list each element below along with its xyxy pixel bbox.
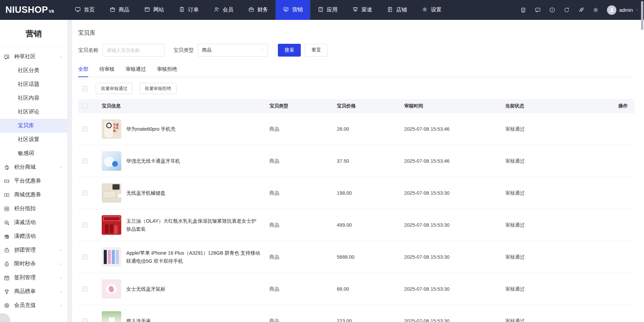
batch-approve-button[interactable]: 批量审核通过 [96,83,133,94]
topnav-item-marketing[interactable]: 营销 [276,0,310,20]
page-title: 宝贝库 [78,20,635,37]
chevron-down-icon [59,262,67,266]
header-audit-time: 审核时间 [404,103,505,109]
rocket-icon[interactable] [578,7,584,13]
filter-bar: 宝贝名称 宝贝类型 商品 搜索 重置 [78,44,635,57]
sidebar-item-points-deduction[interactable]: 积分抵扣 [0,202,67,216]
sidebar: 营销 种草社区 社区分类 社区话题 社区内容 社区评论 宝贝库 社区设置 敏感词… [0,20,67,322]
product-name: 华强北无线卡通蓝牙耳机 [126,157,180,165]
tab-approved[interactable]: 审核通过 [126,65,146,77]
product-image-iphone [102,247,121,267]
full-reduction-icon [4,220,10,226]
table-row: 女士无线蓝牙鼠标 商品 68.00 2025-07-08 15:53:30 审核… [78,273,635,305]
status: 审核通过 [505,286,597,292]
topnav-item-orders[interactable]: 订单 [171,0,206,20]
product-type: 商品 [269,286,337,292]
header-checkbox[interactable] [82,103,88,109]
topnav-item-website[interactable]: 网站 [137,0,171,20]
product-name: Apple/苹果 iPhone 16 Plus（A3291）128GB 群青色 … [126,249,261,265]
community-icon [4,54,10,60]
topnav-item-settings[interactable]: 设置 [414,0,449,20]
audit-time: 2025-07-08 15:53:30 [404,254,505,260]
audit-time: 2025-07-08 15:53:30 [404,222,505,228]
sidebar-item-community-comments[interactable]: 社区评论 [0,105,67,119]
topnav-item-channels[interactable]: 渠道 [345,0,380,20]
batch-action-bar: 批量审核通过 批量审核拒绝 [78,83,635,94]
batch-reject-button[interactable]: 批量审核拒绝 [139,83,176,94]
sidebar-item-group-buy[interactable]: 拼团管理 [0,243,67,257]
float-widget[interactable] [0,313,10,322]
sidebar-item-product-ranking[interactable]: 商品榜单 [0,285,67,298]
product-price: 28.00 [337,126,404,132]
member-icon [214,6,220,14]
sidebar-item-flash-sale[interactable]: 限时秒杀 [0,257,67,271]
status: 审核通过 [505,222,597,228]
status-tabs: 全部 待审核 审核通过 审核拒绝 [78,65,635,77]
type-filter-select[interactable]: 商品 [198,44,268,57]
product-image-keyboard [102,183,121,203]
sidebar-item-community-content[interactable]: 社区内容 [0,91,67,105]
sidebar-item-full-gift[interactable]: 满赠活动 [0,229,67,243]
avatar [607,5,616,15]
row-checkbox[interactable] [82,222,88,228]
table-row: 玉兰油（OLAY）大红瓶水乳礼盒保湿抗皱紧致抗衰老女士护肤品套装 商品 499.… [78,209,635,241]
channel-icon [352,6,358,14]
sidebar-item-treasure-library[interactable]: 宝贝库 [0,119,67,133]
sidebar-item-points-mall[interactable]: 积分商城 [0,160,67,174]
name-filter-input[interactable] [102,44,165,57]
topnav-item-goods[interactable]: 商品 [102,0,137,20]
topnav-item-apps[interactable]: 应用 [310,0,345,20]
audit-time: 2025-07-08 15:53:46 [404,158,505,164]
product-price: 37.50 [337,158,404,164]
product-price: 499.00 [337,222,404,228]
tab-rejected[interactable]: 审核拒绝 [157,65,177,77]
sidebar-item-community-settings[interactable]: 社区设置 [0,133,67,147]
topnav-item-shops[interactable]: 店铺 [380,0,414,20]
select-all-checkbox[interactable] [82,86,88,91]
sidebar-item-mall-coupon[interactable]: 商城优惠券 [0,188,67,202]
sidebar-item-community-category[interactable]: 社区分类 [0,64,67,77]
scrollbar-thumb[interactable] [641,1,643,30]
content-panel: 宝贝库 宝贝名称 宝贝类型 商品 搜索 重置 全部 待审核 审核通过 [72,20,644,322]
name-filter-label: 宝贝名称 [78,47,98,54]
sidebar-item-sensitive-words[interactable]: 敏感词 [0,147,67,160]
sidebar-item-full-reduction[interactable]: 满减活动 [0,216,67,229]
main-area: 宝贝库 宝贝名称 宝贝类型 商品 搜索 重置 全部 待审核 审核通过 [67,20,644,322]
logo: NIUSHOP V6 [0,5,67,15]
sidebar-item-member-recharge[interactable]: 会员充值 [0,298,67,312]
user-menu[interactable]: admin [607,5,639,15]
message-icon[interactable] [535,7,541,13]
store-icon[interactable] [520,7,526,13]
info-icon[interactable] [549,7,555,13]
search-button[interactable]: 搜索 [278,44,301,57]
gear-icon[interactable] [592,7,599,13]
table-row: 无线蓝牙机械键盘 商品 198.00 2025-07-08 15:53:30 审… [78,177,635,209]
product-image-phone-case: 手感天花板。 [102,119,121,139]
table-row: 华强北无线卡通蓝牙耳机 商品 37.50 2025-07-08 15:53:46… [78,145,635,177]
sidebar-item-seeding-community[interactable]: 种草社区 [0,50,67,64]
refresh-icon[interactable] [564,7,570,13]
sidebar-item-platform-coupon[interactable]: 平台优惠券 [0,174,67,188]
logo-text: NIUSHOP [5,5,48,15]
row-checkbox[interactable] [82,254,88,260]
row-checkbox[interactable] [82,318,88,322]
topbar-right-cluster: admin [520,5,644,15]
topnav-item-finance[interactable]: 财务 [241,0,276,20]
row-checkbox[interactable] [82,190,88,196]
screen: NIUSHOP V6 首页 商品 网站 订单 会员 [0,0,644,322]
sidebar-item-community-topic[interactable]: 社区话题 [0,77,67,91]
topnav-item-home[interactable]: 首页 [67,0,102,20]
sidebar-item-checkin[interactable]: 签到管理 [0,271,67,285]
row-checkbox[interactable] [82,286,88,292]
product-image-baby-handwash [102,311,121,322]
marketing-icon [283,6,289,14]
tab-pending-review[interactable]: 待审核 [99,65,115,77]
topnav-item-members[interactable]: 会员 [206,0,241,20]
reset-button[interactable]: 重置 [305,44,328,57]
tab-all[interactable]: 全部 [78,65,88,77]
row-checkbox[interactable] [82,126,88,132]
chevron-down-icon [636,8,639,12]
product-type: 商品 [269,254,337,260]
row-checkbox[interactable] [82,158,88,164]
group-buy-icon [4,247,10,253]
